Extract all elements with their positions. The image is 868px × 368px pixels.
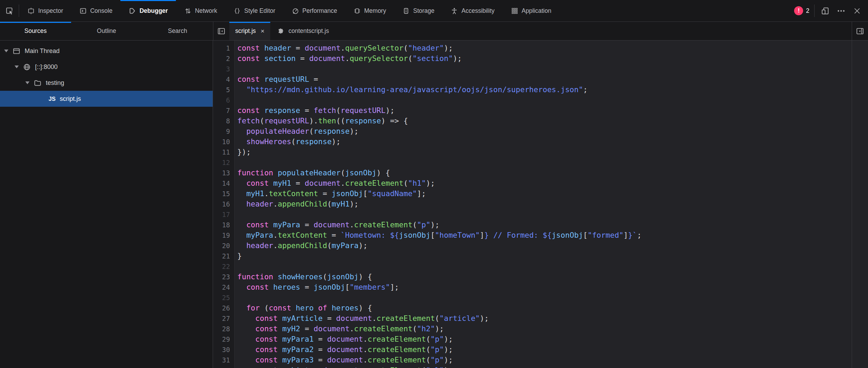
line-number[interactable]: 5 <box>213 85 230 95</box>
application-icon <box>511 7 519 15</box>
code-line-6 <box>237 95 852 105</box>
toggle-right-panel-button[interactable] <box>852 22 868 40</box>
code-line-17 <box>237 209 852 220</box>
twisty-expanded-icon[interactable] <box>25 81 29 84</box>
tool-tab-storage[interactable]: Storage <box>394 0 442 21</box>
line-number[interactable]: 3 <box>213 64 230 74</box>
debugger-main: Main Thread[::]:8000testingJSscript.js 1… <box>0 41 868 368</box>
code-line-24: const heroes = jsonObj["members"]; <box>237 282 852 292</box>
line-number[interactable]: 22 <box>213 261 230 272</box>
error-badge[interactable]: ! 2 <box>794 6 809 15</box>
toggle-sources-panel-button[interactable] <box>213 22 229 40</box>
tool-tab-style-editor[interactable]: Style Editor <box>225 0 283 21</box>
code-line-29: const myPara1 = document.createElement("… <box>237 334 852 344</box>
line-number[interactable]: 13 <box>213 168 230 178</box>
line-number[interactable]: 12 <box>213 157 230 168</box>
code-line-13: function populateHeader(jsonObj) { <box>237 168 852 178</box>
line-number[interactable]: 15 <box>213 189 230 199</box>
editor-code[interactable]: const header = document.querySelector("h… <box>235 41 852 368</box>
line-number[interactable]: 11 <box>213 147 230 157</box>
line-number[interactable]: 17 <box>213 209 230 220</box>
accessibility-icon <box>450 7 458 15</box>
window-icon-glyph <box>12 47 21 55</box>
close-devtools-button[interactable] <box>851 4 862 18</box>
meatball-menu-icon <box>837 7 845 15</box>
code-line-27: const myArticle = document.createElement… <box>237 313 852 324</box>
code-line-12 <box>237 157 852 168</box>
code-line-9: populateHeader(response); <box>237 126 852 137</box>
tool-tab-application[interactable]: Application <box>503 0 560 21</box>
tool-tab-network[interactable]: Network <box>176 0 225 21</box>
line-number[interactable]: 30 <box>213 344 230 355</box>
folder-icon-glyph <box>33 79 42 87</box>
sidebar-tab-sources[interactable]: Sources <box>0 22 71 40</box>
console-icon <box>79 7 87 15</box>
line-number[interactable]: 29 <box>213 334 230 344</box>
line-number[interactable]: 32 <box>213 365 230 368</box>
tool-tab-inspector[interactable]: Inspector <box>19 0 71 21</box>
tree-item-label: script.js <box>60 95 81 103</box>
tool-tab-memory[interactable]: Memory <box>345 0 394 21</box>
line-number[interactable]: 18 <box>213 220 230 230</box>
tool-tab-debugger[interactable]: Debugger <box>120 0 176 21</box>
close-tab-icon[interactable]: × <box>261 28 264 34</box>
line-number[interactable]: 21 <box>213 251 230 261</box>
line-number[interactable]: 23 <box>213 272 230 282</box>
meatball-menu-button[interactable] <box>835 4 846 18</box>
tree-item--8000[interactable]: [::]:8000 <box>0 59 213 75</box>
sidebar-tab-search[interactable]: Search <box>142 22 213 40</box>
line-number[interactable]: 28 <box>213 324 230 334</box>
sidebar-tab-outline[interactable]: Outline <box>71 22 142 40</box>
line-number[interactable]: 6 <box>213 95 230 105</box>
tool-tab-performance[interactable]: Performance <box>283 0 345 21</box>
source-tab-contentscript-js[interactable]: contentscript.js <box>270 22 335 40</box>
code-line-7: const response = fetch(requestURL); <box>237 105 852 116</box>
code-line-16: header.appendChild(myH1); <box>237 199 852 209</box>
line-number[interactable]: 24 <box>213 282 230 292</box>
tree-item-testing[interactable]: testing <box>0 75 213 91</box>
element-picker-button[interactable] <box>0 0 19 21</box>
line-number[interactable]: 8 <box>213 116 230 126</box>
source-tab-script-js[interactable]: script.js× <box>229 22 270 40</box>
twisty-expanded-icon[interactable] <box>4 50 8 52</box>
line-number[interactable]: 9 <box>213 126 230 137</box>
responsive-design-mode-button[interactable] <box>819 4 831 18</box>
line-number[interactable]: 10 <box>213 137 230 147</box>
window-icon <box>12 47 21 55</box>
toolbar-right: ! 2 <box>794 0 868 21</box>
tool-tab-accessibility[interactable]: Accessibility <box>442 0 502 21</box>
tool-tab-console[interactable]: Console <box>71 0 120 21</box>
tree-item-script-js[interactable]: JSscript.js <box>0 91 213 107</box>
source-tab-label: script.js <box>235 27 256 35</box>
line-number[interactable]: 19 <box>213 230 230 240</box>
code-line-31: const myPara3 = document.createElement("… <box>237 355 852 365</box>
line-number[interactable]: 14 <box>213 178 230 189</box>
line-number[interactable]: 26 <box>213 303 230 313</box>
code-line-22 <box>237 261 852 272</box>
network-icon <box>184 7 192 15</box>
line-number[interactable]: 2 <box>213 53 230 64</box>
line-number[interactable]: 31 <box>213 355 230 365</box>
collapsed-right-panel <box>852 41 868 368</box>
code-line-3 <box>237 64 852 74</box>
twisty-expanded-icon[interactable] <box>15 65 19 68</box>
code-line-18: const myPara = document.createElement("p… <box>237 220 852 230</box>
devtools-toolbar: InspectorConsoleDebuggerNetworkStyle Edi… <box>0 0 868 22</box>
line-number[interactable]: 16 <box>213 199 230 209</box>
code-line-23: function showHeroes(jsonObj) { <box>237 272 852 282</box>
tree-item-main-thread[interactable]: Main Thread <box>0 43 213 59</box>
line-number[interactable]: 27 <box>213 313 230 324</box>
line-number[interactable]: 7 <box>213 105 230 116</box>
line-number[interactable]: 4 <box>213 74 230 85</box>
debugger-icon <box>128 7 136 15</box>
code-editor[interactable]: 1234567891011121314151617181920212223242… <box>213 41 852 368</box>
code-line-32: const myList = document.createElement("u… <box>237 365 852 368</box>
code-line-28: const myH2 = document.createElement("h2"… <box>237 324 852 334</box>
line-number[interactable]: 1 <box>213 43 230 53</box>
line-number[interactable]: 25 <box>213 292 230 303</box>
folder-icon <box>33 79 42 87</box>
line-number[interactable]: 20 <box>213 240 230 251</box>
memory-icon <box>353 7 361 15</box>
editor-gutter[interactable]: 1234567891011121314151617181920212223242… <box>213 41 235 368</box>
tool-tab-label: Console <box>90 7 112 15</box>
